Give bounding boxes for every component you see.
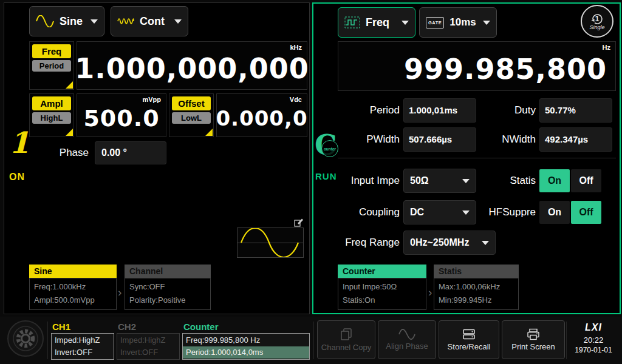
ch2-status-body: Imped:HighZ Invert:OFF xyxy=(117,333,180,360)
divider xyxy=(47,322,48,359)
waveform-preview[interactable] xyxy=(237,219,304,258)
gate-time-label: 10ms xyxy=(449,16,476,29)
highl-chip[interactable]: HighL xyxy=(32,112,71,124)
chevron-down-icon xyxy=(402,21,409,25)
waveform-select[interactable]: Sine xyxy=(29,6,104,36)
lowl-chip[interactable]: LowL xyxy=(172,112,211,124)
chevron-down-icon xyxy=(483,21,490,25)
chevron-down-icon xyxy=(462,179,470,183)
ampl-display[interactable]: mVpp 500.0 xyxy=(77,93,166,137)
ampl-param-selector[interactable]: Ampl HighL xyxy=(29,93,74,137)
freq-param-selector[interactable]: Freq Period xyxy=(29,41,74,90)
ch2-status-widget[interactable]: CH2 Imped:HighZ Invert:OFF xyxy=(117,322,180,360)
single-run-button[interactable]: 1 Single xyxy=(581,5,613,38)
tab-channel-title[interactable]: Channel xyxy=(125,265,211,278)
system-menu-button[interactable] xyxy=(7,320,44,357)
channel1-number[interactable]: 1 xyxy=(9,126,29,160)
tab-counter[interactable]: Counter Input Impe:50Ω Statis:On xyxy=(338,265,426,310)
phase-field[interactable]: 0.00 ° xyxy=(95,141,166,164)
input-impe-label: Input Impe xyxy=(337,169,400,193)
chevron-down-icon xyxy=(482,241,489,245)
coupling-select[interactable]: DC xyxy=(403,200,476,224)
freq-chip[interactable]: Freq xyxy=(32,44,71,58)
statis-on-button[interactable]: On xyxy=(539,169,570,192)
counter-badge: ounter xyxy=(321,140,338,157)
print-screen-label: Print Screen xyxy=(511,342,555,351)
tab-statis-title[interactable]: Statis xyxy=(434,265,519,278)
sine-wave-icon xyxy=(36,15,54,27)
tab-channel[interactable]: Channel Sync:OFF Polarity:Positive xyxy=(125,265,211,310)
statis-off-button[interactable]: Off xyxy=(571,169,601,192)
gear-logo-icon xyxy=(12,325,39,352)
tab-counter-line2: Statis:On xyxy=(343,294,422,307)
ampl-chip[interactable]: Ampl xyxy=(32,96,71,110)
tab-sine-body: Freq:1.000kHz Ampl:500.0mVpp xyxy=(29,278,117,310)
hfsuppre-on-button[interactable]: On xyxy=(539,201,570,224)
hfsuppre-toggle: On Off xyxy=(539,201,601,224)
tab-counter-line1: Input Impe:50Ω xyxy=(343,280,422,294)
channel-copy-button[interactable]: Channel Copy xyxy=(317,320,375,359)
ch1-status-title: CH1 xyxy=(51,322,114,332)
edit-icon[interactable] xyxy=(294,218,304,230)
offset-param-selector[interactable]: Offset LowL xyxy=(169,93,214,137)
ch1-status-widget[interactable]: CH1 Imped:HighZ Invert:OFF xyxy=(51,322,114,360)
ampl-value: 500.0 xyxy=(77,94,166,136)
freq-display[interactable]: kHz 1.000,000,000 xyxy=(77,41,307,90)
hfsuppre-off-button[interactable]: Off xyxy=(571,201,601,224)
offset-chip[interactable]: Offset xyxy=(172,96,211,110)
counter-freq-display[interactable]: Hz 999.985,800 xyxy=(338,41,616,91)
cont-wave-icon xyxy=(117,16,134,27)
mode-select-label: Cont xyxy=(140,15,165,28)
divider xyxy=(313,322,314,359)
channel1-panel: 1 ON Sine Cont Freq Period kHz 1.000,000… xyxy=(4,2,310,314)
gate-time-select[interactable]: GATE 10ms xyxy=(419,7,497,38)
tab-sine-title[interactable]: Sine xyxy=(29,265,117,278)
chevron-right-icon: › xyxy=(118,286,121,299)
duty-meas-value[interactable]: 50.77% xyxy=(539,98,612,123)
tab-sine-line1: Freq:1.000kHz xyxy=(34,280,112,294)
print-screen-icon xyxy=(527,328,540,340)
counter-status-line1: Freq:999.985,800 Hz xyxy=(183,334,309,346)
ch2-status-title: CH2 xyxy=(117,322,180,332)
store-recall-label: Store/Recall xyxy=(448,342,491,351)
duty-meas-label: Duty xyxy=(473,98,536,123)
ch1-status-line2: Invert:OFF xyxy=(52,346,114,359)
freq-range-label: Freq Range xyxy=(337,231,400,255)
tab-counter-title[interactable]: Counter xyxy=(338,265,426,278)
chevron-down-icon xyxy=(174,19,182,24)
freq-range-select[interactable]: 0Hz~250MHz xyxy=(403,231,496,255)
counter-status-widget[interactable]: Counter Freq:999.985,800 Hz Period:1.000… xyxy=(182,322,310,360)
input-impe-select[interactable]: 50Ω xyxy=(403,169,476,193)
tab-statis-body: Max:1.000,06kHz Min:999.945Hz xyxy=(434,278,519,310)
align-phase-button[interactable]: Align Phase xyxy=(378,320,436,359)
tab-sine[interactable]: Sine Freq:1.000kHz Ampl:500.0mVpp xyxy=(29,265,117,310)
editable-corner-icon xyxy=(66,81,73,89)
period-meas-value[interactable]: 1.000,01ms xyxy=(403,98,476,123)
copy-icon xyxy=(340,328,353,341)
divider xyxy=(338,158,616,158)
store-recall-button[interactable]: Store/Recall xyxy=(439,320,499,359)
tab-statis-line1: Max:1.000,06kHz xyxy=(439,280,514,294)
editable-corner-icon xyxy=(205,129,213,136)
waveform-select-label: Sine xyxy=(60,15,83,28)
period-chip[interactable]: Period xyxy=(32,60,71,72)
counter-status-title: Counter xyxy=(182,322,310,332)
counter-function-label: Freq xyxy=(366,16,389,29)
mode-select[interactable]: Cont xyxy=(111,6,188,36)
statis-toggle: On Off xyxy=(539,169,601,192)
hfsuppre-label: HFSuppre xyxy=(473,200,536,224)
counter-status-body: Freq:999.985,800 Hz Period:1.000,014,0ms xyxy=(182,333,310,360)
counter-function-select[interactable]: Freq xyxy=(338,7,415,38)
pwidth-meas-value[interactable]: 507.666µs xyxy=(403,127,476,152)
phase-wave-icon xyxy=(398,329,415,340)
tab-statis[interactable]: Statis Max:1.000,06kHz Min:999.945Hz xyxy=(434,265,519,310)
channel1-state[interactable]: ON xyxy=(9,172,25,183)
tab-sine-line2: Ampl:500.0mVpp xyxy=(34,294,112,307)
status-bar: CH1 Imped:HighZ Invert:OFF CH2 Imped:Hig… xyxy=(0,317,622,364)
offset-display[interactable]: Vdc 0.000,0 xyxy=(216,93,307,137)
system-status: LXI 20:22 1970-01-01 xyxy=(569,322,618,354)
nwidth-meas-value[interactable]: 492.347µs xyxy=(539,127,612,152)
print-screen-button[interactable]: Print Screen xyxy=(502,320,565,359)
counter-run-state[interactable]: RUN xyxy=(315,171,337,181)
chevron-down-icon xyxy=(91,19,98,24)
